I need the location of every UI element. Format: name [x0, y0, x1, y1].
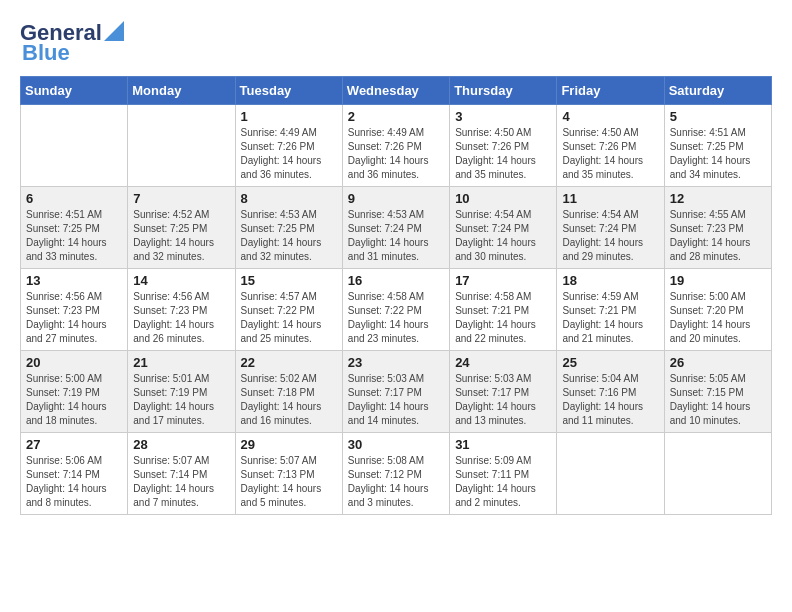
calendar-day-cell: 11Sunrise: 4:54 AM Sunset: 7:24 PM Dayli… — [557, 187, 664, 269]
day-info: Sunrise: 4:54 AM Sunset: 7:24 PM Dayligh… — [562, 208, 658, 264]
calendar-week-row: 27Sunrise: 5:06 AM Sunset: 7:14 PM Dayli… — [21, 433, 772, 515]
logo: General Blue — [20, 20, 124, 66]
day-info: Sunrise: 5:08 AM Sunset: 7:12 PM Dayligh… — [348, 454, 444, 510]
day-info: Sunrise: 4:58 AM Sunset: 7:21 PM Dayligh… — [455, 290, 551, 346]
calendar-day-cell — [557, 433, 664, 515]
day-number: 5 — [670, 109, 766, 124]
calendar-day-cell: 1Sunrise: 4:49 AM Sunset: 7:26 PM Daylig… — [235, 105, 342, 187]
calendar-day-cell: 3Sunrise: 4:50 AM Sunset: 7:26 PM Daylig… — [450, 105, 557, 187]
day-number: 20 — [26, 355, 122, 370]
day-info: Sunrise: 4:51 AM Sunset: 7:25 PM Dayligh… — [670, 126, 766, 182]
calendar-day-cell: 2Sunrise: 4:49 AM Sunset: 7:26 PM Daylig… — [342, 105, 449, 187]
day-info: Sunrise: 5:07 AM Sunset: 7:13 PM Dayligh… — [241, 454, 337, 510]
day-number: 2 — [348, 109, 444, 124]
calendar-day-cell: 30Sunrise: 5:08 AM Sunset: 7:12 PM Dayli… — [342, 433, 449, 515]
day-number: 30 — [348, 437, 444, 452]
calendar-day-cell: 20Sunrise: 5:00 AM Sunset: 7:19 PM Dayli… — [21, 351, 128, 433]
day-number: 31 — [455, 437, 551, 452]
calendar-day-cell: 18Sunrise: 4:59 AM Sunset: 7:21 PM Dayli… — [557, 269, 664, 351]
day-info: Sunrise: 4:55 AM Sunset: 7:23 PM Dayligh… — [670, 208, 766, 264]
day-number: 18 — [562, 273, 658, 288]
calendar-day-cell: 10Sunrise: 4:54 AM Sunset: 7:24 PM Dayli… — [450, 187, 557, 269]
day-info: Sunrise: 4:50 AM Sunset: 7:26 PM Dayligh… — [455, 126, 551, 182]
calendar-day-cell: 26Sunrise: 5:05 AM Sunset: 7:15 PM Dayli… — [664, 351, 771, 433]
calendar-day-cell: 6Sunrise: 4:51 AM Sunset: 7:25 PM Daylig… — [21, 187, 128, 269]
calendar-day-cell: 8Sunrise: 4:53 AM Sunset: 7:25 PM Daylig… — [235, 187, 342, 269]
logo-blue: Blue — [22, 40, 70, 66]
calendar-day-cell: 28Sunrise: 5:07 AM Sunset: 7:14 PM Dayli… — [128, 433, 235, 515]
day-number: 17 — [455, 273, 551, 288]
day-info: Sunrise: 4:57 AM Sunset: 7:22 PM Dayligh… — [241, 290, 337, 346]
calendar-day-cell — [21, 105, 128, 187]
calendar-day-cell — [664, 433, 771, 515]
calendar-day-cell: 13Sunrise: 4:56 AM Sunset: 7:23 PM Dayli… — [21, 269, 128, 351]
calendar-day-cell: 29Sunrise: 5:07 AM Sunset: 7:13 PM Dayli… — [235, 433, 342, 515]
calendar-week-row: 13Sunrise: 4:56 AM Sunset: 7:23 PM Dayli… — [21, 269, 772, 351]
day-number: 22 — [241, 355, 337, 370]
day-number: 14 — [133, 273, 229, 288]
calendar-day-cell: 27Sunrise: 5:06 AM Sunset: 7:14 PM Dayli… — [21, 433, 128, 515]
day-info: Sunrise: 4:51 AM Sunset: 7:25 PM Dayligh… — [26, 208, 122, 264]
calendar-day-cell: 5Sunrise: 4:51 AM Sunset: 7:25 PM Daylig… — [664, 105, 771, 187]
calendar-day-cell: 19Sunrise: 5:00 AM Sunset: 7:20 PM Dayli… — [664, 269, 771, 351]
day-number: 25 — [562, 355, 658, 370]
svg-marker-0 — [104, 21, 124, 41]
day-number: 6 — [26, 191, 122, 206]
calendar-day-cell: 25Sunrise: 5:04 AM Sunset: 7:16 PM Dayli… — [557, 351, 664, 433]
day-number: 15 — [241, 273, 337, 288]
calendar-day-cell: 14Sunrise: 4:56 AM Sunset: 7:23 PM Dayli… — [128, 269, 235, 351]
day-number: 19 — [670, 273, 766, 288]
day-number: 23 — [348, 355, 444, 370]
calendar-day-cell: 21Sunrise: 5:01 AM Sunset: 7:19 PM Dayli… — [128, 351, 235, 433]
day-info: Sunrise: 5:00 AM Sunset: 7:19 PM Dayligh… — [26, 372, 122, 428]
day-info: Sunrise: 5:02 AM Sunset: 7:18 PM Dayligh… — [241, 372, 337, 428]
day-number: 29 — [241, 437, 337, 452]
calendar-body: 1Sunrise: 4:49 AM Sunset: 7:26 PM Daylig… — [21, 105, 772, 515]
day-number: 7 — [133, 191, 229, 206]
day-info: Sunrise: 4:56 AM Sunset: 7:23 PM Dayligh… — [26, 290, 122, 346]
weekday-header-cell: Saturday — [664, 77, 771, 105]
day-info: Sunrise: 5:04 AM Sunset: 7:16 PM Dayligh… — [562, 372, 658, 428]
day-number: 26 — [670, 355, 766, 370]
day-info: Sunrise: 5:00 AM Sunset: 7:20 PM Dayligh… — [670, 290, 766, 346]
day-info: Sunrise: 5:03 AM Sunset: 7:17 PM Dayligh… — [455, 372, 551, 428]
calendar-day-cell: 16Sunrise: 4:58 AM Sunset: 7:22 PM Dayli… — [342, 269, 449, 351]
day-info: Sunrise: 4:50 AM Sunset: 7:26 PM Dayligh… — [562, 126, 658, 182]
day-number: 10 — [455, 191, 551, 206]
day-info: Sunrise: 4:53 AM Sunset: 7:24 PM Dayligh… — [348, 208, 444, 264]
weekday-header-cell: Sunday — [21, 77, 128, 105]
weekday-header-cell: Monday — [128, 77, 235, 105]
day-number: 16 — [348, 273, 444, 288]
day-number: 13 — [26, 273, 122, 288]
weekday-header-cell: Friday — [557, 77, 664, 105]
day-info: Sunrise: 5:03 AM Sunset: 7:17 PM Dayligh… — [348, 372, 444, 428]
day-number: 12 — [670, 191, 766, 206]
calendar-table: SundayMondayTuesdayWednesdayThursdayFrid… — [20, 76, 772, 515]
day-info: Sunrise: 5:09 AM Sunset: 7:11 PM Dayligh… — [455, 454, 551, 510]
calendar-day-cell: 17Sunrise: 4:58 AM Sunset: 7:21 PM Dayli… — [450, 269, 557, 351]
calendar-day-cell: 4Sunrise: 4:50 AM Sunset: 7:26 PM Daylig… — [557, 105, 664, 187]
day-number: 8 — [241, 191, 337, 206]
calendar-day-cell: 7Sunrise: 4:52 AM Sunset: 7:25 PM Daylig… — [128, 187, 235, 269]
calendar-week-row: 1Sunrise: 4:49 AM Sunset: 7:26 PM Daylig… — [21, 105, 772, 187]
day-info: Sunrise: 4:52 AM Sunset: 7:25 PM Dayligh… — [133, 208, 229, 264]
calendar-day-cell: 22Sunrise: 5:02 AM Sunset: 7:18 PM Dayli… — [235, 351, 342, 433]
calendar-week-row: 6Sunrise: 4:51 AM Sunset: 7:25 PM Daylig… — [21, 187, 772, 269]
day-info: Sunrise: 4:53 AM Sunset: 7:25 PM Dayligh… — [241, 208, 337, 264]
day-info: Sunrise: 4:58 AM Sunset: 7:22 PM Dayligh… — [348, 290, 444, 346]
day-number: 11 — [562, 191, 658, 206]
day-number: 27 — [26, 437, 122, 452]
day-number: 9 — [348, 191, 444, 206]
day-number: 3 — [455, 109, 551, 124]
logo-arrow-icon — [104, 21, 124, 41]
day-number: 1 — [241, 109, 337, 124]
weekday-header-row: SundayMondayTuesdayWednesdayThursdayFrid… — [21, 77, 772, 105]
page-header: General Blue — [20, 20, 772, 66]
day-info: Sunrise: 4:49 AM Sunset: 7:26 PM Dayligh… — [348, 126, 444, 182]
day-info: Sunrise: 4:54 AM Sunset: 7:24 PM Dayligh… — [455, 208, 551, 264]
day-number: 4 — [562, 109, 658, 124]
day-info: Sunrise: 5:07 AM Sunset: 7:14 PM Dayligh… — [133, 454, 229, 510]
weekday-header-cell: Tuesday — [235, 77, 342, 105]
calendar-day-cell — [128, 105, 235, 187]
day-number: 21 — [133, 355, 229, 370]
